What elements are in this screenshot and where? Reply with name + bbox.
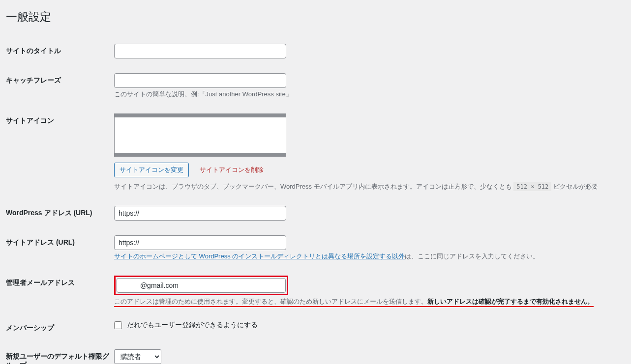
- membership-checkbox[interactable]: [114, 321, 122, 329]
- admin-email-input[interactable]: [117, 278, 286, 293]
- site-icon-preview: [114, 113, 286, 157]
- icon-size-code: 512 × 512: [513, 182, 551, 191]
- page-title: 一般設定: [6, 5, 621, 27]
- site-url-input[interactable]: [114, 235, 286, 250]
- change-site-icon-button[interactable]: サイトアイコンを変更: [114, 163, 189, 177]
- settings-form-table: サイトのタイトル キャッチフレーズ このサイトの簡単な説明。例:「Just an…: [6, 36, 621, 364]
- membership-label: メンバーシップ: [6, 313, 114, 342]
- site-title-input[interactable]: [114, 44, 286, 58]
- site-icon-label: サイトアイコン: [6, 106, 114, 198]
- site-url-help-link[interactable]: サイトのホームページとして WordPress のインストールディレクトリとは異…: [114, 252, 405, 260]
- admin-email-highlight: [114, 276, 288, 295]
- remove-site-icon-button[interactable]: サイトアイコンを削除: [195, 163, 269, 177]
- site-title-label: サイトのタイトル: [6, 36, 114, 66]
- default-role-label: 新規ユーザーのデフォルト権限グループ: [6, 342, 114, 364]
- site-url-description: サイトのホームページとして WordPress のインストールディレクトリとは異…: [114, 252, 616, 261]
- tagline-label: キャッチフレーズ: [6, 66, 114, 106]
- tagline-description: このサイトの簡単な説明。例:「Just another WordPress si…: [114, 90, 616, 99]
- admin-email-note: このアドレスは管理のために使用されます。変更すると、確認のため新しいアドレスにメ…: [114, 297, 616, 306]
- membership-checkbox-label[interactable]: だれでもユーザー登録ができるようにする: [127, 321, 258, 329]
- default-role-select[interactable]: 購読者: [114, 349, 161, 364]
- wp-url-label: WordPress アドレス (URL): [6, 198, 114, 228]
- site-icon-description: サイトアイコンは、ブラウザのタブ、ブックマークバー、WordPress モバイル…: [114, 182, 616, 191]
- admin-email-label: 管理者メールアドレス: [6, 268, 114, 313]
- wp-url-input[interactable]: [114, 206, 286, 221]
- site-url-label: サイトアドレス (URL): [6, 228, 114, 268]
- tagline-input[interactable]: [114, 73, 286, 88]
